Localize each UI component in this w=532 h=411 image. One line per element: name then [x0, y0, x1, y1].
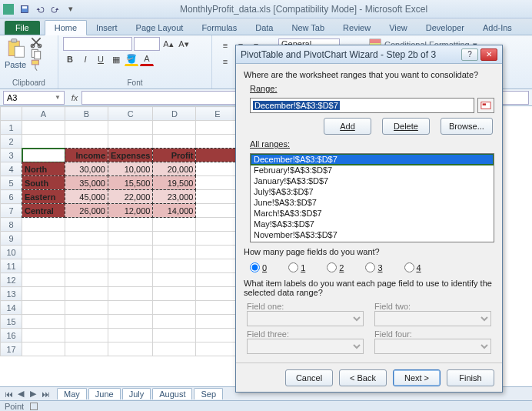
back-button[interactable]: < Back — [339, 369, 387, 386]
cell[interactable] — [196, 246, 239, 259]
cell[interactable]: Income — [65, 149, 108, 162]
tab-add-ins[interactable]: Add-Ins — [474, 21, 521, 35]
cell[interactable] — [108, 329, 153, 342]
row-header[interactable]: 8 — [1, 218, 22, 232]
cell[interactable] — [196, 149, 239, 162]
cell[interactable] — [153, 135, 196, 149]
cell[interactable] — [196, 259, 239, 273]
sheet-nav-first-icon[interactable]: ⏮ — [3, 389, 14, 399]
page-fields-radio-2[interactable]: 2 — [327, 262, 344, 272]
decrease-font-icon[interactable]: A▾ — [177, 37, 191, 51]
cell[interactable] — [196, 176, 239, 190]
align-top-icon[interactable]: ≡ — [218, 38, 232, 52]
range-input[interactable]: December!$A$3:$D$7 — [250, 98, 474, 113]
row-header[interactable]: 7 — [1, 204, 22, 218]
cell[interactable] — [153, 315, 196, 329]
range-list-item[interactable]: November!$A$3:$D$7 — [251, 229, 494, 240]
cell[interactable] — [22, 246, 65, 259]
copy-icon[interactable] — [29, 48, 43, 59]
underline-button[interactable]: U — [94, 52, 108, 66]
page-fields-radio-1[interactable]: 1 — [288, 262, 305, 272]
cell[interactable] — [108, 273, 153, 287]
row-header[interactable]: 10 — [1, 246, 22, 259]
cell[interactable] — [153, 259, 196, 273]
cell[interactable]: 20,000 — [153, 162, 196, 176]
column-header[interactable]: A — [22, 107, 65, 121]
macro-record-icon[interactable] — [30, 403, 38, 410]
cell[interactable] — [108, 218, 153, 232]
cell[interactable] — [108, 342, 153, 356]
row-header[interactable]: 17 — [1, 342, 22, 356]
cell[interactable] — [22, 329, 65, 342]
cell[interactable] — [22, 273, 65, 287]
cell[interactable] — [22, 287, 65, 301]
cell[interactable] — [196, 190, 239, 204]
qat-dropdown-icon[interactable]: ▾ — [64, 2, 78, 16]
cell[interactable] — [108, 287, 153, 301]
paste-button[interactable]: Paste — [5, 37, 26, 71]
cell[interactable] — [22, 301, 65, 315]
sheet-tab[interactable]: May — [57, 388, 87, 399]
tab-developer[interactable]: Developer — [417, 21, 474, 35]
cell[interactable] — [108, 232, 153, 246]
cell[interactable]: 14,000 — [153, 204, 196, 218]
tab-formulas[interactable]: Formulas — [192, 21, 246, 35]
qat-undo-icon[interactable] — [33, 2, 47, 16]
delete-button[interactable]: Delete — [382, 118, 430, 135]
cell[interactable] — [196, 162, 239, 176]
cell[interactable] — [65, 121, 108, 135]
file-tab[interactable]: File — [5, 21, 40, 35]
cell[interactable] — [65, 246, 108, 259]
cell[interactable]: 22,000 — [108, 190, 153, 204]
tab-review[interactable]: Review — [334, 21, 380, 35]
row-header[interactable]: 3 — [1, 149, 22, 162]
cell[interactable] — [196, 273, 239, 287]
cell[interactable] — [153, 301, 196, 315]
cell[interactable] — [153, 218, 196, 232]
page-fields-radio-4[interactable]: 4 — [404, 262, 421, 272]
cell[interactable] — [108, 301, 153, 315]
range-list-item[interactable]: January!$A$3:$D$7 — [251, 175, 494, 186]
range-list-item[interactable]: July!$A$3:$D$7 — [251, 186, 494, 197]
cell[interactable] — [22, 259, 65, 273]
cut-icon[interactable] — [29, 37, 43, 48]
cell[interactable] — [22, 342, 65, 356]
cell[interactable]: 30,000 — [65, 162, 108, 176]
sheet-nav-prev-icon[interactable]: ◀ — [15, 389, 26, 399]
range-list-item[interactable]: June!$A$3:$D$7 — [251, 197, 494, 208]
cell[interactable] — [196, 232, 239, 246]
all-ranges-listbox[interactable]: December!$A$3:$D$7February!$A$3:$D$7Janu… — [250, 153, 494, 242]
cell[interactable] — [65, 135, 108, 149]
row-header[interactable]: 5 — [1, 176, 22, 190]
cell[interactable] — [22, 218, 65, 232]
align-left-icon[interactable]: ≡ — [218, 55, 232, 68]
row-header[interactable]: 1 — [1, 121, 22, 135]
row-header[interactable]: 4 — [1, 162, 22, 176]
sheet-nav-next-icon[interactable]: ▶ — [28, 389, 38, 399]
cell[interactable] — [196, 204, 239, 218]
cell[interactable]: Profit — [153, 149, 196, 162]
row-header[interactable]: 11 — [1, 259, 22, 273]
range-list-item[interactable]: February!$A$3:$D$7 — [251, 165, 494, 175]
cell[interactable] — [196, 342, 239, 356]
cell[interactable]: 12,000 — [108, 204, 153, 218]
add-button[interactable]: Add — [324, 118, 371, 135]
cell[interactable]: South — [22, 176, 65, 190]
cell[interactable]: 45,000 — [65, 190, 108, 204]
cell[interactable] — [196, 329, 239, 342]
cell[interactable] — [196, 218, 239, 232]
cell[interactable]: Eastern — [22, 190, 65, 204]
cell[interactable] — [196, 287, 239, 301]
cell[interactable]: 35,000 — [65, 176, 108, 190]
tab-page-layout[interactable]: Page Layout — [127, 21, 193, 35]
row-header[interactable]: 15 — [1, 315, 22, 329]
cell[interactable] — [65, 342, 108, 356]
cell[interactable] — [65, 315, 108, 329]
page-fields-radio-3[interactable]: 3 — [365, 262, 382, 272]
range-picker-icon[interactable] — [477, 98, 494, 113]
cell[interactable]: North — [22, 162, 65, 176]
sheet-tab[interactable]: June — [88, 388, 121, 399]
cell[interactable] — [22, 121, 65, 135]
cell[interactable] — [65, 218, 108, 232]
sheet-tab[interactable]: Sep — [194, 388, 223, 399]
